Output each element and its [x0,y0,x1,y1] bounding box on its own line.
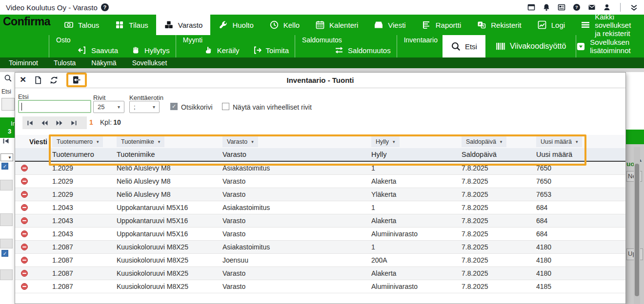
nav-button-etsi[interactable]: Etsi [443,35,485,57]
error-status-icon [21,270,28,277]
table-row[interactable]: 1.2087Kuusiokoloruuvi M8X25VarastoAlumii… [15,280,625,293]
calendar-icon [315,20,325,30]
window-titlebar: Video Koulutus Oy - Varasto ? ? [0,0,644,15]
barcode-icon [495,41,506,52]
nav-item-kello[interactable]: Kello [262,15,307,35]
arrow-in-icon [78,45,87,55]
table-row[interactable]: 1.2087Kuusiokoloruuvi M8X25Joensuu200A7.… [15,254,625,267]
first-page-button[interactable] [27,120,33,126]
inbox-icon [374,20,383,30]
search-input[interactable] [18,100,91,113]
table-cell: Uusi määrä▾ [536,135,626,148]
error-status-icon [21,244,28,250]
cell-value: 7.8.2025 [462,177,488,185]
underlying-first-page-icon[interactable] [3,138,9,144]
column-filter-select[interactable]: Uusi määrä▾ [536,136,582,147]
mail-icon[interactable] [588,3,596,11]
error-status-icon [21,230,28,237]
scrollbar-thumb[interactable] [635,164,639,296]
refresh-icon[interactable] [50,76,58,84]
underlying-checkbox-2[interactable]: ✓ [1,250,8,257]
table-row[interactable]: 1.2029Neliö Aluslevy M8Asiakastoimitus17… [15,162,625,175]
nav-button-saldomuutos[interactable]: Saldomuutos [334,45,391,55]
column-filter-select[interactable]: Hylly▾ [371,136,400,147]
help-icon[interactable]: ? [573,3,581,11]
table-row[interactable]: 1.2029Neliö Aluslevy M8VarastoAlakerta7.… [15,175,625,188]
cell-value: Varasto [222,269,245,277]
cell-value: Neliö Aluslevy M8 [117,177,171,185]
title-help-icon[interactable]: ? [101,3,109,11]
table-row[interactable]: 1.2043Uppokantaruuvi M5X16VarastoAlumiin… [15,228,625,241]
cell-value: Asiakastoimitus [222,243,270,251]
cell-value: 1.2087 [52,256,73,264]
menu-toiminnot[interactable]: Toiminnot [9,59,38,67]
table-cell: 1.2029 [52,162,117,174]
table-row[interactable]: 1.2029Neliö Aluslevy M8VarastoYläkerta7.… [15,188,625,201]
nav-item-talous[interactable]: Talous [56,15,107,35]
pointing-hand-icon [203,45,213,55]
underlying-search-input[interactable] [1,98,15,111]
table-cell: 1.2043 [52,201,117,214]
menu-sovellukset[interactable]: Sovellukset [132,59,167,67]
table-cell: 7650 [536,162,626,174]
underlying-checkbox-1[interactable]: ✓ [1,163,8,170]
nav-button-viivakoodisyotto[interactable]: Viivakoodisyöttö [495,41,566,52]
nav-item-raportti[interactable]: Raportti [414,15,469,35]
nav-item-tilaus[interactable]: Tilaus [107,15,156,35]
notifications-bell-icon[interactable] [543,3,550,11]
rows-select[interactable]: 25▾ [93,101,124,113]
prev-page-button[interactable] [41,120,48,126]
group-label-myynti: Myynti [183,36,289,44]
column-filter-select[interactable]: Tuotenimike▾ [117,136,164,147]
cell-value: 1.2087 [52,243,73,251]
window-icon[interactable] [527,3,535,11]
current-page-number[interactable]: 1 [89,118,93,126]
search-label: Etsi [18,93,29,100]
nav-button-keraily[interactable]: Keräily [203,45,240,55]
menu-nakyma[interactable]: Näkymä [91,59,116,67]
cell-value: Uppokantaruuvi M5X16 [117,230,188,238]
import-icon[interactable] [72,76,81,84]
table-row[interactable]: 1.2043Uppokantaruuvi M5X16VarastoAlakert… [15,214,625,228]
last-page-button[interactable] [71,120,77,126]
errors-only-checkbox[interactable] [222,103,229,110]
close-icon[interactable]: × [20,75,26,84]
separator-select[interactable]: ;▾ [129,101,160,113]
header-row-checkbox[interactable]: ✓ [170,103,178,110]
nav-button-extra-functions[interactable]: Sovelluksen lisätoiminnot [576,38,644,55]
news-icon[interactable] [558,3,565,11]
table-cell: Varasto [222,214,371,227]
menu-tulosta[interactable]: Tulosta [54,59,76,67]
nav-item-logi[interactable]: Logi [529,15,573,35]
nav-button-hyllytys[interactable]: Hyllytys [131,45,170,55]
user-icon[interactable] [603,3,611,11]
nav-button-saavuta[interactable]: Saavuta [78,45,118,55]
table-cell: Asiakastoimitus [222,162,371,174]
nav-item-rekisterit[interactable]: A Rekisterit [469,15,529,35]
nav-item-varasto[interactable]: Varasto [156,15,211,35]
nav-item-huolto[interactable]: Huolto [210,15,261,35]
table-row[interactable]: 1.2087Kuusiokoloruuvi M8X25Asiakastoimit… [15,241,625,254]
swap-arrows-icon [334,45,344,55]
nav-item-kalenteri[interactable]: Kalenteri [307,15,366,35]
nav-item-all-apps[interactable]: Kaikki sovellukset ja rekisterit [573,15,644,35]
table-row[interactable]: 1.2087Kuusiokoloruuvi M8X25VarastoAlaker… [15,267,625,280]
column-filter-select[interactable]: Varasto▾ [222,136,258,147]
table-cell: Kuusiokoloruuvi M8X25 [117,241,222,253]
new-document-icon[interactable] [34,76,41,84]
table-cell [15,228,52,240]
column-filter-select[interactable]: Tuotenumero▾ [52,136,103,147]
table-cell: Varasto [222,267,371,280]
cell-value: 7.8.2025 [462,217,488,225]
column-filter-select[interactable]: Saldopäivä▾ [462,136,506,147]
nav-button-toimita[interactable]: Toimita [252,45,289,55]
table-cell: Varasto [222,188,371,201]
cell-value: Uppokantaruuvi M5X16 [117,217,188,225]
nav-item-viesti[interactable]: Viesti [366,15,413,35]
underlying-mini-dropdown[interactable]: ▼ [0,153,13,161]
next-page-button[interactable] [56,120,62,126]
table-row[interactable]: 1.2043Uppokantaruuvi M5X16Asiakastoimitu… [15,201,625,214]
double-chevron-down-icon[interactable] [630,4,638,11]
table-cell: 7.8.2025 [462,254,536,266]
grid-icon [115,20,124,30]
